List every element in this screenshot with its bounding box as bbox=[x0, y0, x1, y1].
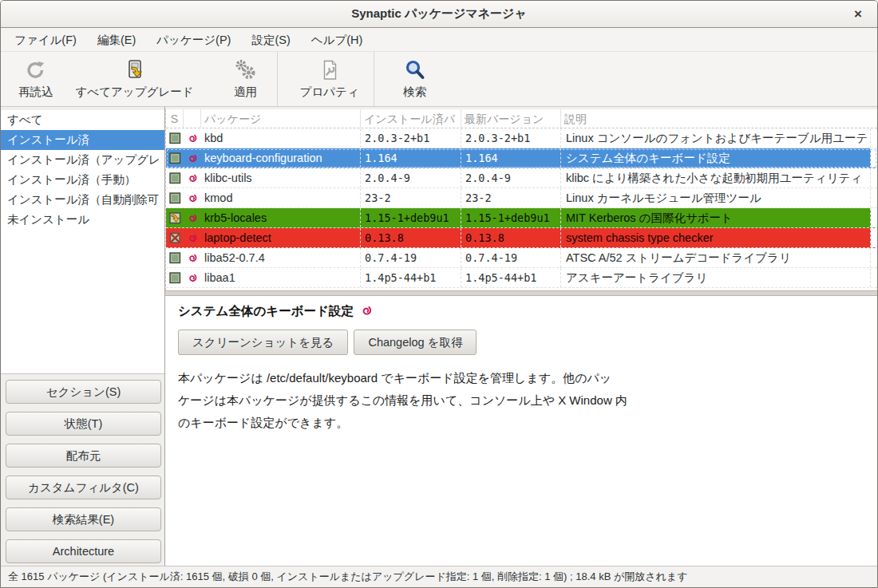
column-header-icon[interactable] bbox=[184, 109, 201, 128]
menu-package[interactable]: パッケージ(P) bbox=[146, 28, 241, 52]
apply-label: 適用 bbox=[234, 85, 257, 100]
scrollbar-trough[interactable] bbox=[871, 188, 877, 207]
get-changelog-button[interactable]: Changelog を取得 bbox=[354, 330, 477, 355]
status-cell[interactable] bbox=[166, 188, 184, 207]
package-description: MIT Kerberos の国際化サポート bbox=[561, 208, 871, 227]
content-area: すべて インストール済 インストール済（アップグレ インストール済（手動） イン… bbox=[1, 107, 877, 566]
filter-item-not-installed[interactable]: 未インストール bbox=[1, 210, 164, 230]
column-header-description[interactable]: 説明 bbox=[561, 109, 871, 128]
details-pane: システム全体のキーボード設定 スクリーンショットを見る Changelog を取… bbox=[165, 296, 877, 566]
debian-swirl-icon bbox=[184, 188, 201, 207]
custom-filters-button[interactable]: カスタムフィルタ(C) bbox=[6, 476, 161, 499]
reload-button[interactable]: 再読込 bbox=[7, 52, 65, 106]
status-installed-icon bbox=[169, 272, 181, 284]
status-cell[interactable] bbox=[166, 148, 184, 168]
upgrade-all-icon bbox=[123, 58, 147, 82]
scrollbar-trough[interactable] bbox=[871, 228, 877, 247]
menu-edit[interactable]: 編集(E) bbox=[87, 28, 146, 52]
filter-item-installed[interactable]: インストール済 bbox=[1, 130, 164, 150]
table-row[interactable]: libaa1 1.4p5-44+b1 1.4p5-44+b1 アスキーアートライ… bbox=[166, 268, 877, 288]
package-name: kmod bbox=[201, 188, 361, 207]
pane-splitter[interactable] bbox=[165, 290, 877, 296]
apply-button[interactable]: 適用 bbox=[218, 52, 274, 106]
scrollbar-trough[interactable] bbox=[871, 168, 877, 187]
filter-item-installed-upgradable[interactable]: インストール済（アップグレ bbox=[1, 150, 164, 170]
description-line: 本パッケージは /etc/default/keyboard でキーボード設定を管… bbox=[178, 367, 864, 389]
synaptic-window: Synaptic パッケージマネージャ × ファイル(F) 編集(E) パッケー… bbox=[0, 0, 878, 588]
status-installed-icon bbox=[169, 192, 181, 204]
package-name: libaa1 bbox=[201, 268, 361, 287]
properties-label: プロパティ bbox=[300, 85, 359, 100]
menu-help[interactable]: ヘルプ(H) bbox=[301, 28, 374, 52]
sidebar-buttons: セクション(S) 状態(T) 配布元 カスタムフィルタ(C) 検索結果(E) A… bbox=[1, 380, 164, 563]
upgrade-all-button[interactable]: すべてアップグレード bbox=[65, 52, 205, 106]
statusbar: 全 1615 パッケージ (インストール済: 1615 個, 破損 0 個, イ… bbox=[1, 566, 877, 587]
origin-button[interactable]: 配布元 bbox=[6, 444, 161, 468]
package-name: laptop-detect bbox=[201, 228, 361, 247]
properties-button[interactable]: プロパティ bbox=[289, 52, 370, 106]
scrollbar-trough[interactable] bbox=[871, 109, 877, 128]
latest-version: 1.15-1+deb9u1 bbox=[461, 208, 561, 227]
close-icon[interactable]: × bbox=[848, 1, 868, 27]
installed-version: 1.164 bbox=[361, 148, 461, 168]
debian-swirl-icon bbox=[184, 148, 201, 168]
description-line: ケージは本パッケージが提供するこの情報を用いて、コンソール上や X Window… bbox=[178, 389, 864, 412]
titlebar[interactable]: Synaptic パッケージマネージャ × bbox=[1, 1, 877, 28]
scrollbar-trough[interactable] bbox=[871, 268, 877, 287]
status-cell[interactable] bbox=[166, 128, 184, 148]
scrollbar-trough[interactable] bbox=[871, 128, 877, 148]
menubar: ファイル(F) 編集(E) パッケージ(P) 設定(S) ヘルプ(H) bbox=[1, 28, 877, 52]
search-results-button[interactable]: 検索結果(E) bbox=[6, 507, 161, 531]
table-row[interactable]: krb5-locales 1.15-1+deb9u1 1.15-1+deb9u1… bbox=[166, 208, 877, 228]
table-header: S パッケージ インストール済バ 最新バージョン 説明 bbox=[166, 109, 877, 128]
package-description: klibc により構築された小さな起動初期用ユーティリティ bbox=[561, 168, 871, 187]
column-header-latest-version[interactable]: 最新バージョン bbox=[461, 109, 561, 128]
scrollbar-trough[interactable] bbox=[871, 248, 877, 267]
installed-version: 0.7.4-19 bbox=[361, 248, 461, 267]
package-description: system chassis type checker bbox=[561, 228, 871, 247]
scrollbar-trough[interactable] bbox=[871, 148, 877, 168]
status-remove-icon bbox=[169, 232, 181, 244]
column-header-status[interactable]: S bbox=[166, 109, 184, 128]
filter-item-installed-manual[interactable]: インストール済（手動） bbox=[1, 170, 164, 190]
table-row[interactable]: laptop-detect 0.13.8 0.13.8 system chass… bbox=[166, 228, 877, 248]
table-row[interactable]: liba52-0.7.4 0.7.4-19 0.7.4-19 ATSC A/52… bbox=[166, 248, 877, 268]
status-upgrade-icon bbox=[169, 212, 181, 224]
status-cell[interactable] bbox=[166, 248, 184, 267]
table-row[interactable]: klibc-utils 2.0.4-9 2.0.4-9 klibc により構築さ… bbox=[166, 168, 877, 188]
status-cell[interactable] bbox=[166, 228, 184, 247]
sections-button[interactable]: セクション(S) bbox=[6, 380, 161, 404]
description-line: のキーボード設定ができます。 bbox=[178, 412, 864, 434]
menu-settings[interactable]: 設定(S) bbox=[241, 28, 300, 52]
toolbar: 再読込 すべてアップグレード 適用 プロパティ 検索 bbox=[1, 52, 877, 107]
column-header-package[interactable]: パッケージ bbox=[201, 109, 361, 128]
filter-item-installed-autoremovable[interactable]: インストール済（自動削除可 bbox=[1, 190, 164, 210]
filter-item-all[interactable]: すべて bbox=[1, 110, 164, 130]
table-row[interactable]: kmod 23-2 23-2 Linux カーネルモジュール管理ツール bbox=[166, 188, 877, 208]
latest-version: 1.164 bbox=[461, 148, 561, 168]
table-row[interactable]: kbd 2.0.3-2+b1 2.0.3-2+b1 Linux コンソールのフォ… bbox=[166, 128, 877, 148]
status-cell[interactable] bbox=[166, 208, 184, 227]
debian-swirl-icon bbox=[184, 208, 201, 227]
latest-version: 2.0.3-2+b1 bbox=[461, 128, 561, 148]
search-label: 検索 bbox=[403, 85, 426, 100]
package-name: kbd bbox=[201, 128, 361, 148]
debian-swirl-icon bbox=[361, 305, 373, 319]
status-button[interactable]: 状態(T) bbox=[6, 412, 161, 436]
package-description: Linux コンソールのフォントおよびキーテーブル用ユーテ bbox=[561, 128, 871, 148]
installed-version: 1.4p5-44+b1 bbox=[361, 268, 461, 287]
architecture-button[interactable]: Architecture bbox=[6, 539, 161, 563]
latest-version: 0.13.8 bbox=[461, 228, 561, 247]
scrollbar-trough[interactable] bbox=[871, 208, 877, 227]
table-row[interactable]: keyboard-configuration 1.164 1.164 システム全… bbox=[166, 148, 877, 168]
menu-file[interactable]: ファイル(F) bbox=[4, 28, 87, 52]
view-screenshot-button[interactable]: スクリーンショットを見る bbox=[178, 330, 348, 355]
status-installed-icon bbox=[169, 172, 181, 184]
package-detail-title: システム全体のキーボード設定 bbox=[178, 303, 354, 320]
status-cell[interactable] bbox=[166, 168, 184, 187]
column-header-installed-version[interactable]: インストール済バ bbox=[361, 109, 461, 128]
status-cell[interactable] bbox=[166, 268, 184, 287]
search-button[interactable]: 検索 bbox=[387, 52, 443, 106]
installed-version: 1.15-1+deb9u1 bbox=[361, 208, 461, 227]
package-name: krb5-locales bbox=[201, 208, 361, 227]
